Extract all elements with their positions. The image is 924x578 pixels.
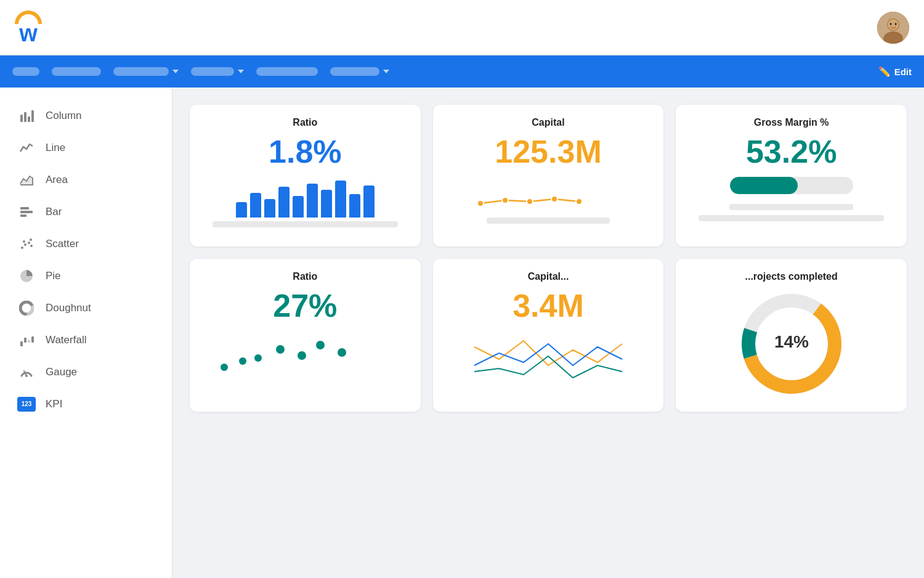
doughnut-icon (17, 301, 36, 315)
nav-dropdown-3[interactable] (191, 67, 244, 76)
nav-dropdown-4[interactable] (330, 67, 389, 76)
card-projects: ...rojects completed 14% (676, 259, 907, 412)
avatar[interactable] (877, 12, 909, 44)
sidebar-label-line: Line (46, 142, 65, 154)
sidebar-label-bar: Bar (46, 206, 62, 218)
scatter-dot (221, 364, 228, 371)
nav-item-3 (113, 67, 169, 76)
line-icon (17, 140, 36, 155)
card-value-ratio-1: 1.8% (202, 134, 408, 169)
svg-rect-21 (20, 341, 23, 346)
svg-point-28 (502, 197, 508, 203)
sidebar-label-gauge: Gauge (46, 366, 77, 378)
nav-dropdown-1[interactable] (52, 67, 101, 76)
logo: w (15, 10, 42, 45)
nav-items (12, 67, 389, 76)
sidebar-item-pie[interactable]: Pie (0, 260, 172, 292)
scatter-chart (202, 330, 408, 379)
skeleton-4 (699, 215, 884, 221)
skeleton-1 (213, 221, 398, 227)
card-title-capital-1: Capital (445, 117, 652, 128)
main-layout: Column Line Area (0, 88, 924, 578)
svg-point-26 (25, 375, 28, 377)
edit-icon: ✏️ (878, 66, 891, 78)
card-title-ratio-2: Ratio (202, 271, 408, 282)
card-ratio-1: Ratio 1.8% (190, 105, 421, 246)
nav-item-4 (191, 67, 234, 76)
gauge-icon (17, 365, 36, 380)
svg-point-31 (576, 198, 582, 205)
card-capital-2: Capital... 3.4M (433, 259, 664, 412)
svg-point-13 (21, 246, 23, 249)
sidebar-item-doughnut[interactable]: Doughnut (0, 292, 172, 324)
nav-bar: ✏️ Edit (0, 55, 924, 88)
sidebar-item-area[interactable]: Area (0, 164, 172, 196)
sidebar-item-scatter[interactable]: Scatter (0, 228, 172, 260)
pie-icon (17, 269, 36, 283)
sidebar-item-column[interactable]: Column (0, 100, 172, 132)
nav-arrow-1 (172, 70, 179, 73)
progress-bar-container (688, 177, 894, 194)
skeleton-3 (729, 204, 853, 210)
edit-button[interactable]: ✏️ Edit (878, 66, 912, 78)
progress-bar-bg (730, 177, 853, 194)
svg-rect-10 (20, 207, 29, 210)
svg-text:14%: 14% (774, 332, 809, 351)
svg-point-30 (551, 196, 557, 202)
svg-rect-9 (31, 110, 34, 122)
bar-segment (349, 194, 360, 218)
nav-item-1[interactable] (12, 67, 39, 76)
sidebar-label-pie: Pie (46, 270, 61, 282)
sidebar: Column Line Area (0, 88, 172, 578)
cards-grid: Ratio 1.8% Capital 125.3M (190, 105, 907, 412)
bar-segment (335, 181, 346, 218)
waterfall-icon (17, 333, 36, 348)
nav-arrow-3 (383, 70, 389, 73)
bar-segment (278, 187, 290, 218)
svg-point-16 (28, 242, 30, 244)
svg-point-5 (895, 23, 897, 25)
svg-point-27 (477, 200, 484, 206)
svg-point-17 (30, 238, 32, 241)
line-chart-1 (445, 176, 652, 213)
card-value-gross-margin: 53.2% (688, 134, 894, 169)
sidebar-item-bar[interactable]: Bar (0, 196, 172, 228)
sidebar-item-line[interactable]: Line (0, 132, 172, 164)
nav-arrow-2 (238, 70, 244, 73)
nav-item-6 (330, 67, 379, 76)
bar-icon (17, 205, 36, 219)
svg-point-18 (30, 245, 33, 247)
card-title-capital-2: Capital... (445, 271, 652, 282)
card-value-capital-2: 3.4M (445, 288, 652, 324)
scatter-dot (338, 348, 346, 357)
bar-segment (264, 199, 275, 218)
svg-rect-6 (20, 115, 23, 122)
svg-point-29 (527, 198, 533, 205)
svg-rect-11 (20, 211, 33, 213)
card-value-ratio-2: 27% (202, 288, 408, 324)
svg-rect-7 (24, 112, 26, 122)
top-header: w (0, 0, 924, 55)
sidebar-label-area: Area (46, 174, 68, 186)
scatter-icon (17, 237, 36, 251)
sidebar-item-waterfall[interactable]: Waterfall (0, 324, 172, 356)
sidebar-item-gauge[interactable]: Gauge (0, 356, 172, 388)
sidebar-label-column: Column (46, 110, 82, 122)
card-title-ratio-1: Ratio (202, 117, 408, 128)
card-gross-margin: Gross Margin % 53.2% (676, 105, 907, 246)
svg-rect-12 (20, 214, 26, 217)
card-title-gross-margin: Gross Margin % (688, 117, 894, 128)
card-ratio-2: Ratio 27% (190, 259, 421, 412)
nav-item-2 (52, 67, 101, 76)
svg-rect-22 (24, 338, 26, 343)
logo-letter: w (19, 22, 38, 45)
scatter-dot (254, 354, 262, 362)
bar-chart-1 (202, 174, 408, 218)
card-capital-1: Capital 125.3M (433, 105, 664, 246)
sidebar-item-kpi[interactable]: 123 KPI (0, 388, 172, 420)
nav-item-5[interactable] (256, 67, 318, 76)
nav-dropdown-2[interactable] (113, 67, 179, 76)
bar-segment (250, 193, 261, 218)
sidebar-label-kpi: KPI (46, 398, 62, 410)
scatter-dot (239, 357, 246, 365)
